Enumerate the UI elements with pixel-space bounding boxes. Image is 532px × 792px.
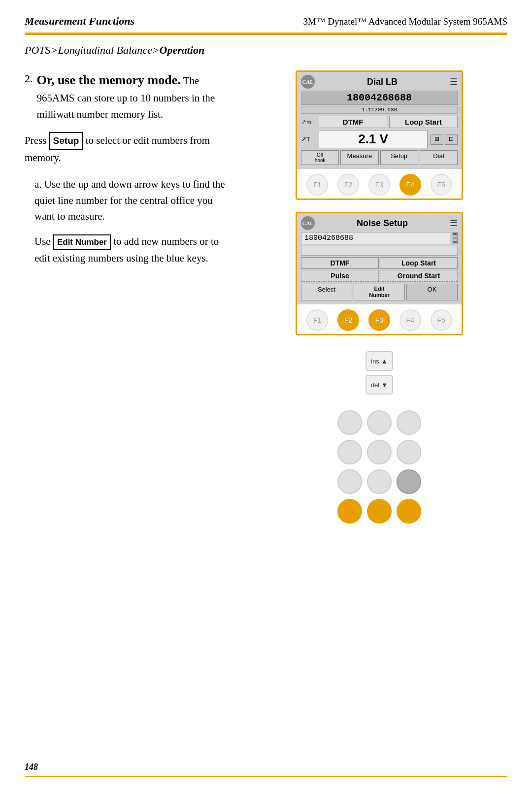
step2-intro: 2. Or, use the memory mode. The 965AMS c… — [25, 70, 232, 122]
screen1-camera-icon: ⊡ — [445, 134, 458, 145]
key-5[interactable] — [367, 440, 392, 464]
main-content: 2. Or, use the memory mode. The 965AMS c… — [25, 70, 507, 524]
page-header: Measurement Functions 3M™ Dynatel™ Advan… — [25, 15, 507, 28]
sub-a-text: Use the up and down arrow keys to find t… — [34, 178, 225, 222]
screen2-dtmf-btn[interactable]: DTMF — [301, 257, 379, 269]
screen1-voltage: 2.1 V — [319, 130, 428, 148]
key-8[interactable] — [367, 469, 392, 494]
screen2-scrollbar[interactable] — [452, 232, 458, 244]
screen2-title: Noise Setup — [315, 218, 450, 229]
text-column: 2. Or, use the memory mode. The 965AMS c… — [25, 70, 232, 275]
step2-number: 2. — [25, 70, 33, 122]
press-setup-text: Press Setup to select or edit numbers fr… — [25, 132, 232, 165]
gold-rule-bottom — [25, 776, 507, 777]
screen2-dial-icon: CAL — [301, 216, 315, 230]
sub-item-a: a. Use the up and down arrow keys to fin… — [34, 176, 232, 225]
device-column: CAL Dial LB ☰ 18004268688 1.11209-930 ↗m… — [251, 70, 507, 524]
key-7[interactable] — [337, 469, 362, 494]
screen1-btn-setup[interactable]: Setup — [380, 150, 418, 165]
screen2-groundstart-btn[interactable]: Ground Start — [380, 270, 458, 282]
sub-b-pre: Use — [34, 235, 51, 247]
del-label: del — [371, 381, 379, 389]
ins-arrow: ▲ — [381, 358, 388, 365]
key-hash[interactable] — [397, 499, 421, 524]
screen2-fkey-row: F1 F2 F3 F4 F5 — [297, 304, 462, 334]
key-1[interactable] — [337, 410, 362, 435]
screen1-fkey-f4[interactable]: F4 — [399, 174, 421, 196]
screen2-number-area: 18004268688 — [301, 232, 458, 244]
screen1-bottom-buttons: Off hook Measure Setup Dial — [301, 150, 458, 165]
screen2-fkey-f5[interactable]: F5 — [431, 309, 452, 331]
screen1-fkey-f3[interactable]: F3 — [368, 174, 390, 196]
screen1-btn-offhook[interactable]: Off hook — [301, 150, 339, 165]
key-9[interactable] — [397, 469, 421, 494]
screen2-phone-number: 18004268688 — [301, 232, 450, 244]
key-star[interactable] — [337, 499, 362, 524]
screen2-menu-icon: ☰ — [450, 218, 458, 229]
key-4[interactable] — [337, 440, 362, 464]
sub-item-b: Use Edit Number to add new numbers or to… — [34, 233, 232, 266]
screen2-fkey-f4[interactable]: F4 — [399, 309, 421, 331]
screen2-pulse-btn[interactable]: Pulse — [301, 270, 379, 282]
key-0[interactable] — [367, 499, 392, 524]
screen2-inner: CAL Noise Setup ☰ 18004268688 — [297, 213, 462, 304]
screen1-dtmf-btn[interactable]: DTMF — [319, 116, 387, 128]
header-left: Measurement Functions — [25, 15, 134, 28]
screen1-phone-sub: 1.11209-930 — [301, 106, 458, 114]
screen1-fkey-row: F1 F2 F3 F4 F5 — [297, 169, 462, 198]
del-button[interactable]: del▼ — [366, 375, 393, 395]
gold-rule-top — [25, 33, 507, 35]
screen2-fkey-f2[interactable]: F2 — [337, 309, 359, 331]
screen1-btn-measure[interactable]: Measure — [340, 150, 378, 165]
screen1: CAL Dial LB ☰ 18004268688 1.11209-930 ↗m… — [296, 70, 463, 200]
screen2-fkey-f3[interactable]: F3 — [368, 309, 390, 331]
screen1-row2-icon: ↗T — [301, 135, 316, 143]
screen1-dial-icon: CAL — [301, 75, 315, 89]
screen2-loopstart-btn[interactable]: Loop Start — [380, 257, 458, 269]
screen1-btn-dial[interactable]: Dial — [420, 150, 458, 165]
breadcrumb-prefix: POTS>Longitudinal Balance> — [25, 44, 160, 56]
screen1-dtmf-row: ↗m DTMF Loop Start — [301, 116, 458, 128]
key-3[interactable] — [397, 410, 421, 435]
screen2-top: CAL Noise Setup ☰ — [301, 216, 458, 230]
screen2-bottom-row: Select Edit Number OK — [301, 284, 458, 300]
screen2-blank-line — [301, 246, 458, 256]
sub-items-list: a. Use the up and down arrow keys to fin… — [25, 176, 232, 266]
screen2: CAL Noise Setup ☰ 18004268688 — [296, 212, 463, 335]
screen1-loopstart-btn[interactable]: Loop Start — [389, 116, 458, 128]
keypad-grid — [337, 410, 421, 524]
screen2-fkey-f1[interactable]: F1 — [306, 309, 328, 331]
nav-buttons: ins▲ del▼ — [366, 351, 393, 395]
screen1-top: CAL Dial LB ☰ — [301, 75, 458, 89]
ins-button[interactable]: ins▲ — [366, 351, 393, 371]
screen1-inner: CAL Dial LB ☰ 18004268688 1.11209-930 ↗m… — [297, 72, 462, 169]
step2-bold: Or, use the memory mode. — [37, 73, 181, 87]
screen1-fkey-f2[interactable]: F2 — [337, 174, 359, 196]
screen2-editnumber-btn[interactable]: Edit Number — [354, 284, 405, 300]
screen1-phone-number: 18004268688 — [301, 91, 458, 105]
breadcrumb-bold: Operation — [160, 44, 205, 56]
setup-button-label: Setup — [49, 132, 83, 149]
screen1-grid-icon: ⊞ — [431, 134, 443, 145]
key-2[interactable] — [367, 410, 392, 435]
key-6[interactable] — [397, 440, 421, 464]
screen1-voltage-row: ↗T 2.1 V ⊞ ⊡ — [301, 130, 458, 148]
screen1-row1-icon: ↗m — [301, 118, 316, 126]
press-label: Press — [25, 134, 46, 146]
screen1-menu-icon: ☰ — [450, 76, 458, 87]
screen1-fkey-f5[interactable]: F5 — [431, 174, 452, 196]
step2-text: Or, use the memory mode. The 965AMS can … — [37, 70, 232, 122]
ins-label: ins — [371, 358, 379, 365]
del-arrow: ▼ — [381, 381, 388, 389]
screen1-voltage-icons: ⊞ ⊡ — [431, 134, 458, 145]
header-right: 3M™ Dynatel™ Advanced Modular System 965… — [303, 16, 507, 27]
page-number: 148 — [25, 762, 38, 772]
breadcrumb: POTS>Longitudinal Balance>Operation — [25, 44, 507, 57]
edit-number-button-label: Edit Number — [53, 234, 111, 250]
screen2-dtmf-grid: DTMF Loop Start Pulse Ground Start — [301, 257, 458, 282]
screen2-ok-btn[interactable]: OK — [406, 284, 458, 300]
screen1-title: Dial LB — [315, 77, 450, 87]
sub-a-label: a. — [34, 178, 42, 190]
screen2-select-btn[interactable]: Select — [301, 284, 352, 300]
screen1-fkey-f1[interactable]: F1 — [306, 174, 328, 196]
